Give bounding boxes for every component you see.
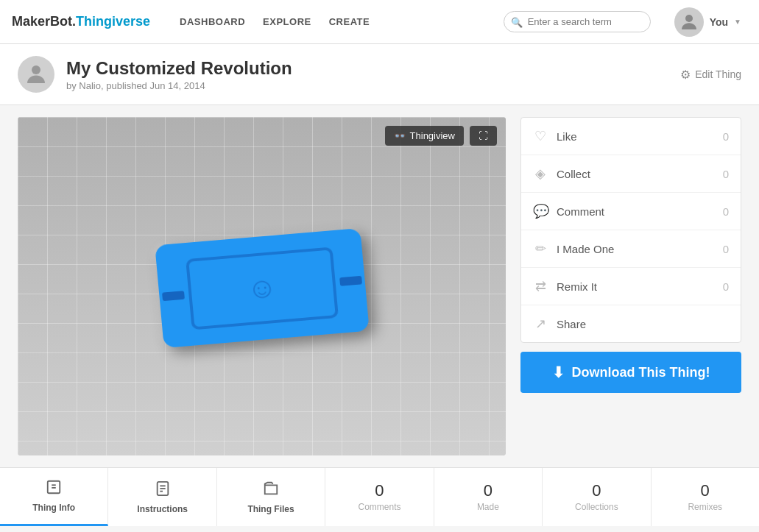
gear-icon: ⚙: [680, 68, 691, 82]
thing-avatar: [18, 56, 54, 93]
comment-icon: 💬: [533, 203, 548, 219]
nav-create[interactable]: CREATE: [329, 16, 370, 27]
tab-thing-info-label: Thing Info: [32, 503, 75, 513]
viewer-wrap: 👓 Thingiview ⛶ ☺: [18, 117, 506, 455]
glasses-icon: 👓: [394, 130, 406, 141]
tab-comments-label: Comments: [358, 502, 400, 512]
tab-collections[interactable]: 0 Collections: [543, 468, 651, 526]
remixes-count: 0: [701, 483, 710, 499]
search-input[interactable]: [504, 11, 651, 32]
user-avatar-icon: [23, 61, 49, 88]
bottom-tabs: Thing Info Instructions Thing Files 0 Co…: [0, 467, 759, 526]
edit-thing-label: Edit Thing: [695, 68, 741, 80]
collect-icon: ◈: [533, 166, 548, 182]
remix-label: Remix It: [557, 280, 723, 293]
fullscreen-button[interactable]: ⛶: [470, 126, 497, 146]
tab-remixes[interactable]: 0 Remixes: [652, 468, 759, 526]
logo-makerbot: MakerBot.: [12, 14, 76, 29]
sidebar: ♡ Like 0 ◈ Collect 0 💬 Comment 0 ✏ I Mad…: [520, 117, 741, 455]
action-like[interactable]: ♡ Like 0: [521, 118, 741, 155]
action-comment[interactable]: 💬 Comment 0: [521, 193, 741, 230]
viewer-controls: 👓 Thingiview ⛶: [385, 126, 497, 146]
thing-title-block: My Customized Revolution by Nalio, publi…: [66, 58, 680, 91]
slot-left: [161, 291, 184, 301]
user-menu-button[interactable]: You ▼: [668, 4, 747, 40]
tab-thing-files-label: Thing Files: [247, 504, 294, 514]
avatar: [674, 7, 704, 37]
fullscreen-icon: ⛶: [479, 130, 488, 141]
tab-thing-info[interactable]: Thing Info: [0, 468, 108, 526]
like-count: 0: [723, 130, 729, 143]
collect-label: Collect: [557, 168, 723, 180]
collect-count: 0: [723, 168, 729, 180]
search-icon: 🔍: [511, 16, 523, 27]
nav-links: DASHBOARD EXPLORE CREATE: [180, 16, 370, 27]
thingiview-label: Thingiview: [410, 130, 455, 141]
action-remix[interactable]: ⇄ Remix It 0: [521, 268, 741, 305]
thingiview-button[interactable]: 👓 Thingiview: [385, 126, 464, 146]
thing-meta: by Nalio, published Jun 14, 2014: [66, 80, 680, 91]
tab-instructions[interactable]: Instructions: [108, 468, 216, 526]
remix-count: 0: [723, 280, 729, 293]
nav-explore[interactable]: EXPLORE: [263, 16, 311, 27]
download-label: Download This Thing!: [572, 365, 710, 380]
edit-thing-button[interactable]: ⚙ Edit Thing: [680, 68, 741, 82]
thing-files-icon: [263, 480, 279, 501]
svg-point-1: [32, 65, 40, 74]
main-content: 👓 Thingiview ⛶ ☺: [0, 105, 759, 467]
slot-right: [339, 275, 362, 285]
comment-label: Comment: [557, 205, 723, 218]
tab-remixes-label: Remixes: [688, 502, 722, 512]
3d-viewer: 👓 Thingiview ⛶ ☺: [18, 117, 506, 455]
made-count: 0: [723, 243, 729, 255]
canvas-grid: ☺: [18, 117, 506, 455]
tab-instructions-label: Instructions: [137, 504, 188, 514]
download-button[interactable]: ⬇ Download This Thing!: [520, 352, 741, 393]
made-count: 0: [484, 483, 493, 499]
user-label: You: [710, 16, 728, 28]
made-icon: ✏: [533, 241, 548, 257]
comments-count: 0: [375, 483, 384, 499]
download-icon: ⬇: [552, 363, 565, 381]
chevron-down-icon: ▼: [734, 18, 741, 26]
user-icon: [678, 11, 700, 33]
like-label: Like: [557, 130, 723, 143]
nav-dashboard[interactable]: DASHBOARD: [180, 16, 245, 27]
collections-count: 0: [592, 483, 601, 499]
remix-icon: ⇄: [533, 278, 548, 294]
tab-made-label: Made: [477, 502, 499, 512]
logo[interactable]: MakerBot. Thingiverse: [12, 14, 150, 29]
phone-logo: ☺: [245, 271, 278, 305]
comment-count: 0: [723, 205, 729, 218]
tab-thing-files[interactable]: Thing Files: [217, 468, 325, 526]
like-icon: ♡: [533, 128, 548, 144]
action-list: ♡ Like 0 ◈ Collect 0 💬 Comment 0 ✏ I Mad…: [520, 117, 741, 343]
svg-point-0: [685, 15, 693, 22]
search-wrap: 🔍: [504, 11, 651, 32]
page-header: My Customized Revolution by Nalio, publi…: [0, 44, 759, 105]
made-label: I Made One: [557, 243, 723, 255]
navbar: MakerBot. Thingiverse DASHBOARD EXPLORE …: [0, 0, 759, 44]
phone-case: ☺: [155, 228, 370, 348]
tab-made[interactable]: 0 Made: [434, 468, 543, 526]
action-share[interactable]: ↗ Share: [521, 305, 741, 342]
thing-info-icon: [46, 479, 62, 500]
tab-collections-label: Collections: [575, 502, 618, 512]
thing-title: My Customized Revolution: [66, 58, 680, 79]
action-made[interactable]: ✏ I Made One 0: [521, 230, 741, 268]
instructions-icon: [155, 480, 171, 501]
3d-object: ☺: [152, 227, 373, 345]
action-collect[interactable]: ◈ Collect 0: [521, 155, 741, 193]
share-icon: ↗: [533, 316, 548, 332]
logo-thingiverse: Thingiverse: [76, 14, 150, 29]
tab-comments[interactable]: 0 Comments: [325, 468, 434, 526]
share-label: Share: [557, 318, 729, 330]
phone-case-inner: ☺: [186, 247, 339, 330]
